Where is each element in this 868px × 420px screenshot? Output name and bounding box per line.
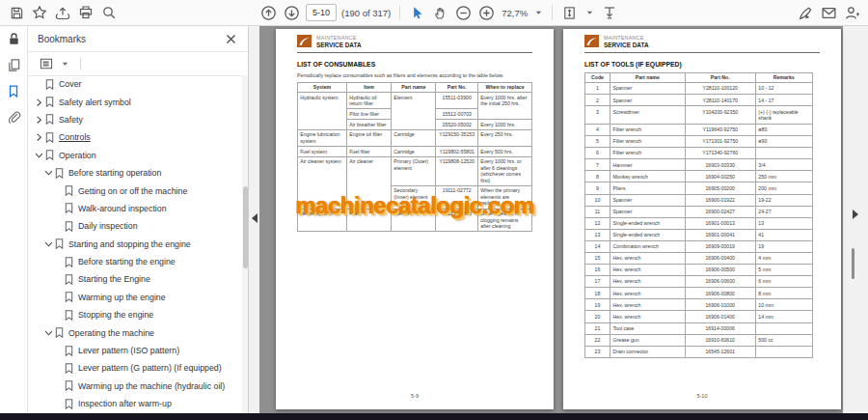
hand-icon <box>433 6 448 20</box>
attachments-panel-button[interactable] <box>0 104 27 130</box>
security-panel-button[interactable] <box>0 26 27 52</box>
pdf-page-left: MAINTENANCE SERVICE DATA LIST OF CONSUMA… <box>276 29 554 409</box>
table-cell: 16906-01400 <box>685 311 755 322</box>
table-cell: Engine oil filter <box>347 129 392 146</box>
bookmark-item[interactable]: Safety <box>28 111 241 128</box>
table-row: Engine lubrication systemEngine oil filt… <box>298 129 532 146</box>
bookmark-ribbon-icon <box>54 168 65 179</box>
chevron-right-icon[interactable] <box>34 98 44 107</box>
bookmark-item[interactable]: Operating the machine <box>28 323 241 341</box>
bookmarks-scrollbar-track[interactable] <box>242 75 248 413</box>
pages-panel-button[interactable] <box>0 52 27 78</box>
bookmark-item[interactable]: Warming up the engine <box>28 289 241 306</box>
bookmark-options-button[interactable] <box>37 54 56 73</box>
fit-page-button[interactable] <box>557 1 581 24</box>
bookmark-label: Starting the Engine <box>78 274 150 284</box>
bookmark-item[interactable]: Warming up the machine (hydraulic oil) <box>28 378 241 395</box>
envelope-icon <box>821 5 837 21</box>
close-panel-button[interactable] <box>223 31 238 46</box>
scroll-mode-button[interactable] <box>598 1 621 24</box>
bookmark-ribbon-icon <box>54 327 65 338</box>
table-row: 13Single-ended wrench16901-0004141 <box>585 229 813 240</box>
table-cell: 10 - 12 <box>755 83 812 95</box>
bookmark-item[interactable]: Lever pattern (ISO pattern) <box>28 342 241 359</box>
bookmark-options-dropdown[interactable] <box>56 54 73 73</box>
bookmark-item[interactable]: Controls <box>28 128 241 146</box>
zoom-in-button[interactable] <box>475 1 498 24</box>
select-tool-button[interactable] <box>405 1 428 24</box>
bookmark-item[interactable]: Operation <box>28 147 241 164</box>
table-cell: 6 <box>585 148 610 159</box>
toolbar-right-group <box>794 1 863 24</box>
zoom-out-button[interactable] <box>451 1 475 24</box>
email-share-button[interactable] <box>817 1 840 24</box>
save-button[interactable] <box>5 1 28 24</box>
bookmark-item[interactable]: Starting and stopping the engine <box>28 236 241 253</box>
bookmark-label: Getting on or off the machine <box>78 186 187 196</box>
chevron-right-icon[interactable] <box>34 115 44 125</box>
table-cell: Filter wrench <box>610 124 685 135</box>
bookmark-item[interactable]: Safety alert symbol <box>28 93 241 110</box>
chevron-down-icon[interactable] <box>43 239 54 249</box>
bookmark-item[interactable]: Daily inspection <box>28 217 241 235</box>
hand-tool-button[interactable] <box>428 1 451 24</box>
bookmark-item[interactable]: Lever pattern (G pattern) (If equipped) <box>28 359 241 377</box>
table-cell: 16906-01000 <box>685 299 755 311</box>
print-button[interactable] <box>74 1 97 24</box>
share-with-others-button[interactable] <box>840 1 863 24</box>
table-row: 16Hex. wrench16906-005005 mm <box>585 265 813 276</box>
table-cell: Hex. wrench <box>610 299 685 311</box>
chevron-down-icon[interactable] <box>43 328 54 338</box>
document-area: MAINTENANCE SERVICE DATA LIST OF CONSUMA… <box>248 26 868 413</box>
bookmark-item[interactable]: Stopping the engine <box>28 306 241 323</box>
table-cell: 22 <box>585 334 610 346</box>
table-cell: Every 500 hrs. <box>478 146 532 156</box>
caret-down-icon <box>586 11 593 15</box>
table-cell: 2 <box>585 95 610 106</box>
fill-sign-button[interactable] <box>794 1 817 24</box>
chevron-down-icon[interactable] <box>34 151 44 160</box>
bookmark-label: Starting and stopping the engine <box>68 239 191 249</box>
table-cell: 13 <box>585 229 610 240</box>
table-cell: Hex. wrench <box>610 288 685 299</box>
table-cell: Y104200-92350 <box>685 106 755 125</box>
intro-text: Periodically replace consumables such as… <box>297 72 532 78</box>
bookmark-item[interactable]: Starting the Engine <box>28 270 241 288</box>
bookmark-item[interactable]: Before starting the engine <box>28 253 241 270</box>
bookmark-item[interactable]: Getting on or off the machine <box>28 182 241 199</box>
table-row: 7Hammer16903-003303/4 <box>585 159 813 171</box>
next-page-arrow[interactable] <box>853 210 858 219</box>
table-row: 3ScrewdriverY104200-92350(+) (-) replace… <box>585 106 813 125</box>
table-cell: Cartridge <box>392 129 436 146</box>
column-header: When to replace <box>478 82 532 93</box>
bookmark-item[interactable]: Cover <box>28 75 241 93</box>
arrow-up-circle-icon <box>260 5 277 21</box>
star-button[interactable] <box>28 1 51 24</box>
table-row: 20Hex. wrench16906-0140014 mm <box>585 311 813 322</box>
bookmarks-panel-button[interactable] <box>0 78 27 104</box>
caret-down-icon <box>535 11 542 15</box>
bookmark-item[interactable]: Walk-around inspection <box>28 200 241 217</box>
zoom-level-dropdown[interactable] <box>529 1 547 24</box>
bookmark-item[interactable]: Before starting operation <box>28 164 241 182</box>
bookmark-label: Daily inspection <box>78 221 138 231</box>
chevron-right-icon[interactable] <box>34 132 44 142</box>
chevron-down-icon[interactable] <box>43 168 54 178</box>
next-page-button[interactable] <box>280 1 303 24</box>
previous-page-arrow[interactable] <box>252 213 258 223</box>
column-header: Item <box>347 82 392 93</box>
search-button[interactable] <box>97 1 121 24</box>
page-number-input[interactable] <box>306 4 337 21</box>
table-cell: Monkey wrench <box>610 171 685 182</box>
bookmark-item[interactable]: Inspection after warm-up <box>28 395 241 412</box>
table-cell: Pilot line filter <box>347 109 392 120</box>
table-cell: 10 mm <box>755 299 812 311</box>
bookmark-label: Safety alert symbol <box>59 98 131 107</box>
bookmarks-scrollbar-thumb[interactable] <box>243 186 248 268</box>
vertical-scrollbar-thumb[interactable] <box>852 248 854 279</box>
share-button[interactable] <box>51 1 74 24</box>
fit-page-dropdown[interactable] <box>581 1 598 24</box>
table-row: 2SpannerY28110-14017014 - 17 <box>585 95 813 106</box>
table-cell: Grease gun <box>610 334 685 346</box>
previous-page-button[interactable] <box>257 1 280 24</box>
